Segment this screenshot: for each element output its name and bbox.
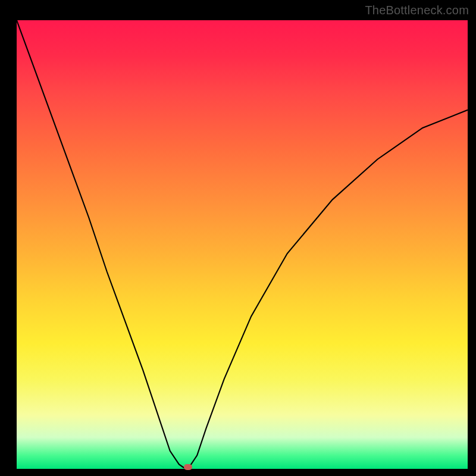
watermark-text: TheBottleneck.com (365, 4, 469, 17)
chart-frame: TheBottleneck.com (0, 0, 476, 476)
bottleneck-marker (184, 464, 192, 470)
curve-path (17, 20, 468, 469)
bottleneck-curve (17, 20, 468, 469)
